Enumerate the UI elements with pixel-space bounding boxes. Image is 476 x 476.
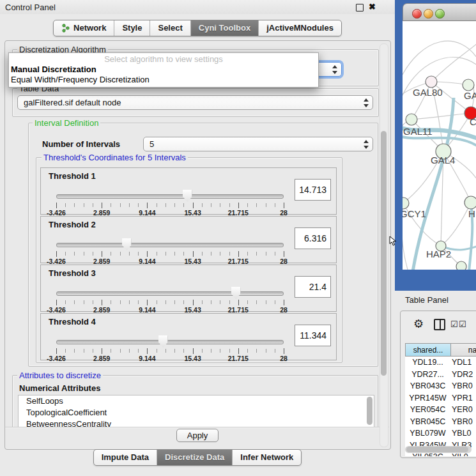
node-gal11 <box>406 114 417 125</box>
slider-thumb[interactable] <box>122 238 132 250</box>
minor-ticks <box>56 252 284 256</box>
thresholds-legend: Threshold's Coordinates for 5 Intervals <box>42 153 188 162</box>
tab-discretize-data[interactable]: Discretize Data <box>157 450 232 465</box>
table-panel-inner: ⚙ ☑ ☑ shared... na YDL19...YDL1 YDR27...… <box>400 311 476 458</box>
slider-thumb[interactable] <box>183 190 192 202</box>
split-columns-icon[interactable] <box>434 319 445 330</box>
interval-definition-legend: Interval Definition <box>33 119 100 128</box>
network-tab-icon <box>61 24 70 33</box>
slider-thumb[interactable] <box>158 335 168 348</box>
num-intervals-label: Number of Intervals <box>42 139 120 149</box>
node-label: GAL4 <box>431 155 455 165</box>
stepper-icon <box>363 140 369 149</box>
panel-vertical-scrollbar-thumb[interactable] <box>381 131 387 376</box>
threshold-3-value-field[interactable]: 21.4 <box>295 276 331 298</box>
column-header-name[interactable]: na <box>451 343 476 357</box>
tab-impute-data[interactable]: Impute Data <box>94 450 157 465</box>
table-row[interactable]: YPR145WYPR1 <box>405 392 476 404</box>
table-row[interactable]: YBR043CYBR0 <box>405 380 476 392</box>
minimize-traffic-light-icon[interactable] <box>424 9 433 19</box>
table-row[interactable]: YBR045CYBR0 <box>405 416 476 428</box>
node-label: GAL80 <box>413 87 443 98</box>
control-panel-title: Control Panel <box>5 3 56 12</box>
node-label: GA <box>464 90 476 101</box>
tab-cyni-toolbox[interactable]: Cyni Toolbox <box>190 20 258 36</box>
threshold-3-label: Threshold 3 <box>49 268 96 278</box>
threshold-3-slider[interactable]: -3.426 2.859 9.144 15.43 21.715 28 <box>56 286 284 311</box>
list-vertical-scrollbar[interactable] <box>367 397 372 425</box>
column-header-shared-name[interactable]: shared... <box>405 343 451 357</box>
control-panel-titlebar: Control Panel <box>0 0 395 14</box>
num-intervals-combobox[interactable]: 5 <box>143 137 373 151</box>
checkbox-checked-icon[interactable]: ☑ <box>459 320 466 329</box>
table-row[interactable]: YDR27...YDR2 <box>405 369 476 381</box>
table-row[interactable]: YBL079WYBL0 <box>405 427 476 440</box>
table-row[interactable]: YER054CYER0 <box>405 404 476 416</box>
node-label: GAL11 <box>403 126 433 137</box>
minor-ticks <box>56 300 284 304</box>
threshold-2-box: Threshold 2 -3.426 2.859 9.144 15.43 21.… <box>40 216 337 263</box>
slider-track[interactable] <box>56 340 284 344</box>
tab-network-label: Network <box>73 23 106 33</box>
stepper-icon <box>363 98 369 107</box>
threshold-1-value-field[interactable]: 14.713 <box>295 179 331 201</box>
checkbox-checked-icon[interactable]: ☑ <box>450 320 458 329</box>
numerical-attributes-list[interactable]: SelfLoops TopologicalCoefficient Between… <box>18 395 374 427</box>
threshold-3-box: Threshold 3 -3.426 2.859 9.144 15.43 21.… <box>40 265 337 312</box>
table-header-row: shared... na <box>405 343 476 357</box>
gear-icon[interactable]: ⚙ <box>413 318 424 330</box>
table-row[interactable]: YDL19...YDL1 <box>405 357 476 369</box>
algorithm-dropdown-popup: Select algorithm to view settings Manual… <box>8 52 319 88</box>
threshold-2-slider[interactable]: -3.426 2.859 9.144 15.43 21.715 28 <box>56 238 284 262</box>
apply-button[interactable]: Apply <box>176 429 219 442</box>
threshold-2-label: Threshold 2 <box>49 220 96 229</box>
close-traffic-light-icon[interactable] <box>412 9 422 19</box>
network-graph: GAL80 GA C GAL11 GAL4 GCY1 H HAP2 <box>403 21 476 270</box>
list-item[interactable]: BetweennessCentrality <box>19 418 374 427</box>
node-attribute-table: shared... na YDL19...YDL1 YDR27...YDR2 Y… <box>405 343 476 456</box>
zoom-traffic-light-icon[interactable] <box>435 9 445 19</box>
numerical-attributes-label: Numerical Attributes <box>19 383 100 393</box>
table-data-combobox[interactable]: galFiltered.sif default node <box>17 95 373 110</box>
slider-thumb[interactable] <box>231 287 241 299</box>
tab-style[interactable]: Style <box>114 20 150 36</box>
list-item[interactable]: SelfLoops <box>19 395 374 407</box>
slider-track[interactable] <box>56 291 284 296</box>
table-horizontal-scrollbar[interactable] <box>405 446 472 453</box>
tab-select[interactable]: Select <box>150 20 190 36</box>
node-label: C <box>470 116 476 127</box>
network-window-titlebar[interactable] <box>403 3 476 21</box>
tab-jactivemnodules[interactable]: jActiveMNodules <box>258 20 341 36</box>
control-panel-tabs: Network Style Select Cyni Toolbox jActiv… <box>0 20 395 36</box>
table-body[interactable]: YDL19...YDL1 YDR27...YDR2 YBR043CYBR0 YP… <box>405 357 476 456</box>
algorithm-option-equal-width[interactable]: Equal Width/Frequency Discretization <box>9 75 318 85</box>
node-partial-top-right <box>463 79 474 91</box>
threshold-1-box: Threshold 1 -3.426 2.859 9.144 15.43 21.… <box>40 167 337 215</box>
threshold-4-value-field[interactable]: 11.344 <box>295 325 331 346</box>
algorithm-option-manual[interactable]: Manual Discretization <box>9 65 318 75</box>
list-item[interactable]: TopologicalCoefficient <box>19 407 374 418</box>
threshold-1-slider[interactable]: -3.426 2.859 9.144 15.43 21.715 28 <box>56 189 284 213</box>
attributes-legend: Attributes to discretize <box>17 371 103 380</box>
node-h-partial <box>464 196 476 209</box>
threshold-4-slider[interactable]: -3.426 2.859 9.144 15.43 21.715 28 <box>56 335 284 359</box>
float-window-icon[interactable] <box>356 4 364 12</box>
divider <box>5 427 389 427</box>
threshold-1-label: Threshold 1 <box>49 171 96 181</box>
network-view-canvas[interactable]: GAL80 GA C GAL11 GAL4 GCY1 H HAP2 <box>403 21 476 270</box>
node-label: HAP2 <box>426 249 451 259</box>
algorithm-popup-hint: Select algorithm to view settings <box>9 53 318 65</box>
table-panel-title: Table Panel <box>405 295 449 305</box>
slider-track[interactable] <box>56 243 284 247</box>
num-intervals-value: 5 <box>150 139 363 149</box>
threshold-2-value-field[interactable]: 6.316 <box>295 227 331 249</box>
minor-ticks <box>56 349 284 353</box>
tab-network[interactable]: Network <box>54 20 114 36</box>
slider-track[interactable] <box>56 194 284 199</box>
node-partial-bottom <box>456 261 466 270</box>
close-icon[interactable]: ✖ <box>369 2 376 12</box>
node-gal80 <box>426 76 437 88</box>
threshold-4-label: Threshold 4 <box>49 317 96 326</box>
tab-infer-network[interactable]: Infer Network <box>232 450 301 465</box>
mouse-cursor <box>389 236 397 247</box>
